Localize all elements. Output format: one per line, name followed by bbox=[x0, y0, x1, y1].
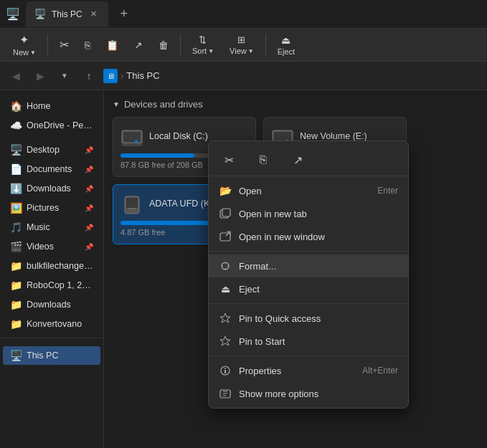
active-tab[interactable]: 🖥️ This PC ✕ bbox=[26, 1, 108, 27]
ctx-show-more-label: Show more options bbox=[239, 389, 398, 399]
context-menu: ✂ ⎘ ↗ 📂 Open Enter Open in new tab bbox=[208, 140, 409, 409]
pin-icon: 📌 bbox=[85, 243, 93, 251]
sidebar-item-label: This PC bbox=[27, 351, 93, 361]
ctx-properties-icon bbox=[219, 364, 232, 377]
ctx-open-new-tab-label: Open in new tab bbox=[239, 209, 398, 219]
ctx-sep-2 bbox=[209, 303, 408, 304]
tab-label: This PC bbox=[52, 9, 82, 19]
sidebar-item-downloads[interactable]: ⬇️ Downloads 📌 bbox=[3, 179, 100, 198]
toolbar-sep-2 bbox=[180, 34, 181, 56]
ctx-open-new-window[interactable]: Open in new window bbox=[209, 225, 408, 248]
drive-c-fill bbox=[120, 153, 194, 158]
sidebar-item-desktop[interactable]: 🖥️ Desktop 📌 bbox=[3, 140, 100, 159]
share-button[interactable]: ↗ bbox=[127, 31, 150, 59]
drive-e-label: New Volume (E:) bbox=[300, 131, 367, 141]
sidebar-item-music[interactable]: 🎵 Music 📌 bbox=[3, 218, 100, 237]
sidebar-item-label: Downloads bbox=[27, 184, 80, 194]
ctx-cut-button[interactable]: ✂ bbox=[217, 148, 240, 171]
ctx-open-icon: 📂 bbox=[219, 184, 232, 197]
ctx-copy-button[interactable]: ⎘ bbox=[252, 148, 275, 171]
ctx-open-new-tab[interactable]: Open in new tab bbox=[209, 202, 408, 225]
ctx-share-button[interactable]: ↗ bbox=[286, 148, 309, 171]
sidebar-item-label: Pictures bbox=[27, 203, 80, 213]
sidebar-item-downloads2[interactable]: 📁 Downloads bbox=[3, 295, 100, 314]
folder-icon: 📁 bbox=[10, 318, 22, 330]
drive-k-icon bbox=[120, 192, 143, 215]
sidebar-item-bulkfilechanger[interactable]: 📁 bulkfilechanger… bbox=[3, 257, 100, 275]
title-bar: 🖥️ 🖥️ This PC ✕ + bbox=[0, 0, 487, 29]
content-area: ▼ Devices and drives Local Disk (C:) bbox=[104, 90, 487, 448]
ctx-eject[interactable]: ⏏ Eject bbox=[209, 277, 408, 300]
onedrive-icon: ☁️ bbox=[10, 120, 22, 131]
folder-icon: 📁 bbox=[10, 260, 22, 272]
cut-button[interactable]: ✂ bbox=[52, 31, 76, 59]
downloads-icon: ⬇️ bbox=[10, 183, 22, 194]
ctx-pin-quick[interactable]: Pin to Quick access bbox=[209, 307, 408, 330]
view-dropdown-arrow: ▼ bbox=[248, 48, 254, 54]
eject-button[interactable]: ⏏ Eject bbox=[270, 31, 302, 59]
toolbar-sep-3 bbox=[265, 34, 266, 56]
music-icon: 🎵 bbox=[10, 221, 22, 233]
app-icon: 🖥️ bbox=[6, 7, 20, 22]
folder-icon: 📁 bbox=[10, 299, 22, 310]
ctx-eject-label: Eject bbox=[239, 284, 398, 295]
ctx-properties[interactable]: Properties Alt+Enter bbox=[209, 359, 408, 382]
sidebar-item-konvertovano[interactable]: 📁 Konvertovano bbox=[3, 315, 100, 333]
sidebar-item-pictures[interactable]: 🖼️ Pictures 📌 bbox=[3, 199, 100, 217]
new-tab-button[interactable]: + bbox=[114, 4, 134, 24]
ctx-open-shortcut: Enter bbox=[377, 186, 398, 196]
desktop-icon: 🖥️ bbox=[10, 144, 22, 156]
address-bar: ◀ ▶ ▼ ↑ 🖥 › This PC bbox=[0, 62, 487, 90]
new-dropdown-arrow: ▼ bbox=[30, 49, 36, 56]
ctx-open-new-tab-icon bbox=[219, 207, 232, 220]
address-path[interactable]: 🖥 › This PC bbox=[103, 69, 160, 83]
ctx-pin-start-label: Pin to Start bbox=[239, 336, 398, 347]
svg-rect-14 bbox=[220, 233, 230, 241]
delete-button[interactable]: 🗑 bbox=[151, 31, 176, 59]
copy-icon: ⎘ bbox=[85, 39, 90, 51]
toolbar: ✦ New ▼ ✂ ⎘ 📋 ↗ 🗑 ⇅ Sort ▼ ⊞ View ▼ ⏏ E bbox=[0, 29, 487, 62]
svg-rect-1 bbox=[123, 132, 141, 142]
ctx-properties-label: Properties bbox=[239, 366, 355, 376]
tab-close-button[interactable]: ✕ bbox=[88, 9, 100, 20]
this-pc-icon: 🖥️ bbox=[10, 350, 22, 361]
ctx-show-more[interactable]: Show more options bbox=[209, 382, 408, 405]
svg-rect-11 bbox=[128, 210, 133, 211]
pin-icon: 📌 bbox=[85, 224, 93, 232]
drives-section-header: ▼ Devices and drives bbox=[113, 99, 478, 110]
sidebar-item-robocop[interactable]: 📁 RoboCop 1, 2, 3… bbox=[3, 276, 100, 295]
up-button[interactable]: ↑ bbox=[79, 66, 99, 86]
pin-icon: 📌 bbox=[85, 166, 93, 173]
share-icon: ↗ bbox=[134, 39, 143, 51]
back-button[interactable]: ◀ bbox=[6, 66, 26, 86]
sidebar-item-label: Desktop bbox=[27, 145, 80, 155]
eject-icon: ⏏ bbox=[281, 34, 290, 46]
ctx-format[interactable]: Format... bbox=[209, 254, 408, 277]
drive-k-label: ADATA UFD (K:) bbox=[149, 199, 215, 209]
new-button[interactable]: ✦ New ▼ bbox=[6, 31, 43, 59]
delete-icon: 🗑 bbox=[159, 39, 169, 51]
ctx-open[interactable]: 📂 Open Enter bbox=[209, 179, 408, 202]
sidebar: 🏠 Home ☁️ OneDrive - Pers… 🖥️ Desktop 📌 … bbox=[0, 90, 104, 448]
new-icon: ✦ bbox=[19, 33, 29, 47]
paste-button[interactable]: 📋 bbox=[99, 31, 126, 59]
svg-point-17 bbox=[224, 368, 226, 369]
cut-icon: ✂ bbox=[60, 38, 69, 52]
section-toggle[interactable]: ▼ bbox=[113, 100, 120, 108]
sidebar-item-this-pc[interactable]: 🖥️ This PC bbox=[3, 346, 100, 365]
sidebar-item-home[interactable]: 🏠 Home bbox=[3, 97, 100, 115]
ctx-format-icon bbox=[219, 259, 232, 272]
sidebar-item-onedrive[interactable]: ☁️ OneDrive - Pers… bbox=[3, 116, 100, 135]
sidebar-item-documents[interactable]: 📄 Documents 📌 bbox=[3, 160, 100, 178]
sort-button[interactable]: ⇅ Sort ▼ bbox=[185, 31, 221, 59]
view-button[interactable]: ⊞ View ▼ bbox=[222, 31, 261, 59]
ctx-pin-quick-icon bbox=[219, 312, 232, 325]
ctx-eject-icon: ⏏ bbox=[219, 282, 232, 295]
sidebar-item-label: Documents bbox=[27, 164, 80, 174]
forward-button[interactable]: ▶ bbox=[30, 66, 50, 86]
ctx-pin-start[interactable]: Pin to Start bbox=[209, 330, 408, 353]
copy-button[interactable]: ⎘ bbox=[77, 31, 98, 59]
recent-button[interactable]: ▼ bbox=[55, 66, 75, 86]
drive-c-label: Local Disk (C:) bbox=[149, 131, 208, 141]
sidebar-item-videos[interactable]: 🎬 Videos 📌 bbox=[3, 237, 100, 256]
